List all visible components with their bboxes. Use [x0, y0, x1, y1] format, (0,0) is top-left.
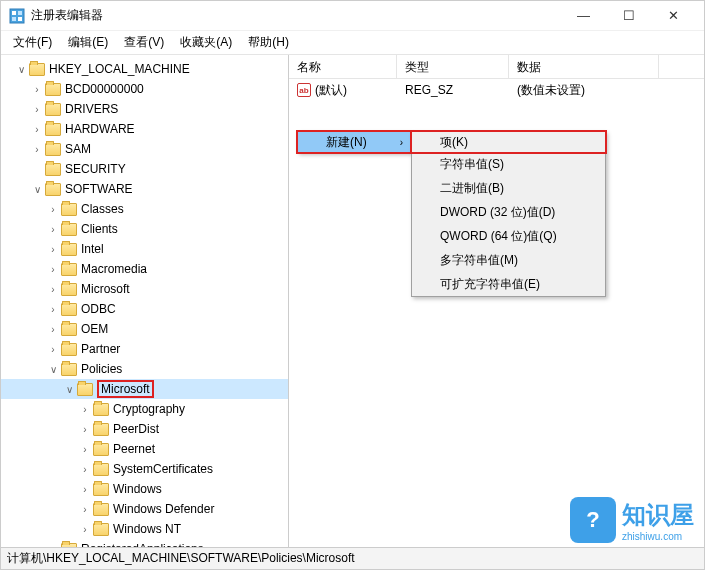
content-area: ∨HKEY_LOCAL_MACHINE ›BCD00000000 ›DRIVER… — [1, 55, 704, 547]
list-row-default[interactable]: ab(默认) REG_SZ (数值未设置) — [289, 79, 704, 101]
ctx-new-dword[interactable]: DWORD (32 位)值(D) — [412, 200, 605, 224]
tree-pane[interactable]: ∨HKEY_LOCAL_MACHINE ›BCD00000000 ›DRIVER… — [1, 55, 289, 547]
ctx-new-qword[interactable]: QWORD (64 位)值(Q) — [412, 224, 605, 248]
watermark: ? 知识屋 zhishiwu.com — [570, 497, 694, 543]
minimize-button[interactable]: — — [561, 1, 606, 31]
menu-view[interactable]: 查看(V) — [116, 32, 172, 53]
tree-node[interactable]: ›Classes — [1, 199, 288, 219]
list-pane[interactable]: 名称 类型 数据 ab(默认) REG_SZ (数值未设置) 新建(N)› 项(… — [289, 55, 704, 547]
col-data[interactable]: 数据 — [509, 55, 659, 78]
context-submenu-new: 项(K) 字符串值(S) 二进制值(B) DWORD (32 位)值(D) QW… — [411, 131, 606, 297]
chevron-right-icon: › — [400, 137, 403, 148]
ctx-new-expandstring[interactable]: 可扩充字符串值(E) — [412, 272, 605, 296]
tree-node[interactable]: ›Windows NT — [1, 519, 288, 539]
window-controls: — ☐ ✕ — [561, 1, 696, 31]
tree-node[interactable]: ›OEM — [1, 319, 288, 339]
tree-node[interactable]: ›ODBC — [1, 299, 288, 319]
ctx-new-string[interactable]: 字符串值(S) — [412, 152, 605, 176]
context-menu: 新建(N)› 项(K) 字符串值(S) 二进制值(B) DWORD (32 位)… — [297, 131, 412, 153]
status-path: 计算机\HKEY_LOCAL_MACHINE\SOFTWARE\Policies… — [7, 550, 355, 567]
tree-node[interactable]: RegisteredApplications — [1, 539, 288, 547]
tree-node[interactable]: ›Cryptography — [1, 399, 288, 419]
ctx-new-multistring[interactable]: 多字符串值(M) — [412, 248, 605, 272]
regedit-icon — [9, 8, 25, 24]
menu-favorites[interactable]: 收藏夹(A) — [172, 32, 240, 53]
tree-node[interactable]: ›Windows Defender — [1, 499, 288, 519]
svg-rect-4 — [18, 17, 22, 21]
tree-node[interactable]: ›Peernet — [1, 439, 288, 459]
maximize-button[interactable]: ☐ — [606, 1, 651, 31]
tree-node[interactable]: ›Macromedia — [1, 259, 288, 279]
ctx-new[interactable]: 新建(N)› — [296, 130, 413, 154]
tree-node-policies[interactable]: ∨Policies — [1, 359, 288, 379]
menubar: 文件(F) 编辑(E) 查看(V) 收藏夹(A) 帮助(H) — [1, 31, 704, 55]
tree-node[interactable]: ›DRIVERS — [1, 99, 288, 119]
tree-node[interactable]: ›Clients — [1, 219, 288, 239]
menu-help[interactable]: 帮助(H) — [240, 32, 297, 53]
tree-node-software[interactable]: ∨SOFTWARE — [1, 179, 288, 199]
watermark-brand: 知识屋 — [622, 499, 694, 531]
tree-node[interactable]: ›SystemCertificates — [1, 459, 288, 479]
titlebar: 注册表编辑器 — ☐ ✕ — [1, 1, 704, 31]
window-title: 注册表编辑器 — [31, 7, 561, 24]
tree-node[interactable]: ›BCD00000000 — [1, 79, 288, 99]
tree-node[interactable]: ›Windows — [1, 479, 288, 499]
tree-node[interactable]: ›Partner — [1, 339, 288, 359]
ctx-new-key[interactable]: 项(K) — [410, 130, 607, 154]
tree-node-policies-microsoft[interactable]: ∨Microsoft — [1, 379, 288, 399]
menu-file[interactable]: 文件(F) — [5, 32, 60, 53]
svg-rect-1 — [12, 11, 16, 15]
tree-node[interactable]: SECURITY — [1, 159, 288, 179]
close-button[interactable]: ✕ — [651, 1, 696, 31]
statusbar: 计算机\HKEY_LOCAL_MACHINE\SOFTWARE\Policies… — [1, 547, 704, 569]
tree-node[interactable]: ›HARDWARE — [1, 119, 288, 139]
col-type[interactable]: 类型 — [397, 55, 509, 78]
ctx-new-binary[interactable]: 二进制值(B) — [412, 176, 605, 200]
tree-node[interactable]: ›Microsoft — [1, 279, 288, 299]
watermark-icon: ? — [570, 497, 616, 543]
string-value-icon: ab — [297, 83, 311, 97]
tree-node-hklm[interactable]: ∨HKEY_LOCAL_MACHINE — [1, 59, 288, 79]
svg-rect-3 — [12, 17, 16, 21]
menu-edit[interactable]: 编辑(E) — [60, 32, 116, 53]
tree-node[interactable]: ›PeerDist — [1, 419, 288, 439]
col-name[interactable]: 名称 — [289, 55, 397, 78]
tree-node[interactable]: ›Intel — [1, 239, 288, 259]
folder-icon — [29, 63, 45, 76]
tree-node[interactable]: ›SAM — [1, 139, 288, 159]
svg-rect-2 — [18, 11, 22, 15]
list-header: 名称 类型 数据 — [289, 55, 704, 79]
watermark-domain: zhishiwu.com — [622, 531, 694, 542]
